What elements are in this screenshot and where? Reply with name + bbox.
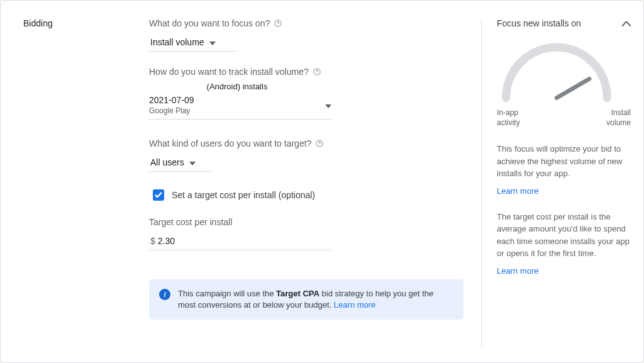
focus-question: What do you want to focus on? bbox=[149, 18, 270, 28]
focus-dropdown-value: Install volume bbox=[150, 37, 204, 47]
users-dropdown-value: All users bbox=[150, 157, 184, 167]
users-dropdown[interactable]: All users bbox=[149, 156, 212, 172]
side-paragraph-2: The target cost per install is the avera… bbox=[497, 211, 631, 260]
svg-point-5 bbox=[319, 145, 320, 145]
help-icon[interactable] bbox=[274, 19, 282, 28]
currency-symbol: $ bbox=[150, 236, 155, 246]
gauge: In-app activity Install volume bbox=[497, 38, 631, 128]
focus-question-row: What do you want to focus on? bbox=[149, 18, 464, 28]
target-cpi-checkbox-label: Set a target cost per install (optional) bbox=[172, 190, 315, 200]
side-panel-header: Focus new installs on bbox=[497, 18, 631, 28]
help-icon[interactable] bbox=[315, 139, 324, 148]
caret-down-icon bbox=[325, 100, 331, 115]
main-column: What do you want to focus on? Install vo… bbox=[149, 18, 479, 347]
target-cpi-value: 2.30 bbox=[158, 236, 175, 246]
side-learn-more-link-1[interactable]: Learn more bbox=[497, 186, 631, 196]
gauge-right-label: Install volume bbox=[606, 108, 631, 128]
track-question-row: How do you want to track install volume? bbox=[149, 67, 464, 77]
gauge-left-label: In-app activity bbox=[497, 108, 520, 128]
side-panel-title: Focus new installs on bbox=[497, 18, 581, 28]
caret-down-icon bbox=[189, 157, 196, 167]
collapse-caret-icon[interactable] bbox=[622, 18, 631, 28]
side-learn-more-link-2[interactable]: Learn more bbox=[497, 266, 631, 276]
info-icon: i bbox=[159, 289, 170, 300]
side-paragraph-1: This focus will optimize your bid to ach… bbox=[497, 143, 631, 180]
track-dropdown[interactable]: (Android) installs 2021-07-09 Google Pla… bbox=[149, 82, 331, 120]
track-question: How do you want to track install volume? bbox=[149, 67, 309, 77]
users-question-row: What kind of users do you want to target… bbox=[149, 138, 464, 148]
info-banner: i This campaign will use the Target CPA … bbox=[149, 279, 464, 320]
target-cpi-label: Target cost per install bbox=[149, 217, 464, 227]
focus-dropdown[interactable]: Install volume bbox=[149, 36, 237, 52]
users-question: What kind of users do you want to target… bbox=[149, 138, 311, 148]
target-cpi-input[interactable]: $ 2.30 bbox=[149, 233, 331, 250]
caret-down-icon bbox=[209, 37, 216, 47]
section-title: Bidding bbox=[23, 18, 149, 347]
info-banner-text: This campaign will use the Target CPA bi… bbox=[178, 288, 453, 311]
svg-point-3 bbox=[316, 73, 317, 74]
target-cpi-checkbox[interactable] bbox=[153, 189, 164, 201]
banner-learn-more-link[interactable]: Learn more bbox=[334, 300, 375, 310]
svg-line-7 bbox=[557, 79, 589, 98]
target-cpi-checkbox-row: Set a target cost per install (optional) bbox=[149, 189, 464, 201]
help-icon[interactable] bbox=[313, 67, 321, 76]
bidding-card: Bidding What do you want to focus on? In… bbox=[0, 0, 644, 363]
track-store: Google Play bbox=[149, 106, 325, 115]
svg-point-1 bbox=[278, 25, 279, 25]
side-panel: Focus new installs on In-app activity In… bbox=[481, 18, 631, 347]
track-secondary: (Android) installs bbox=[149, 82, 325, 91]
track-primary: 2021-07-09 bbox=[149, 95, 325, 105]
